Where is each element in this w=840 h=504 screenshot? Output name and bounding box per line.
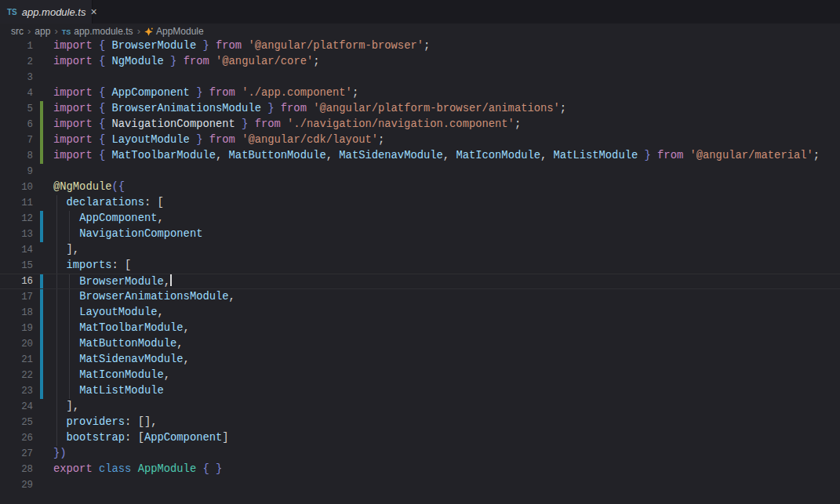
code-line-6[interactable]: 6import { NavigationComponent } from './… xyxy=(0,117,840,132)
breadcrumb-symbol-label: AppModule xyxy=(156,26,204,37)
code-text: bootstrap: [AppComponent] xyxy=(53,430,229,446)
code-token: , xyxy=(73,401,79,412)
code-token: './app.component' xyxy=(242,87,352,99)
line-number: 26 xyxy=(0,430,33,446)
code-token: , xyxy=(73,244,79,256)
code-token: MatListModule xyxy=(79,385,164,397)
code-line-4[interactable]: 4import { AppComponent } from './app.com… xyxy=(0,85,840,101)
breadcrumb-item-src[interactable]: src xyxy=(11,26,24,37)
code-text: }) xyxy=(53,446,67,462)
code-token: ; xyxy=(352,87,358,99)
line-number: 12 xyxy=(0,211,33,227)
code-token: } xyxy=(164,56,184,67)
tab-title: app.module.ts xyxy=(22,6,86,18)
git-gutter-added xyxy=(40,101,43,117)
code-token: MatListModule xyxy=(554,150,638,161)
tab-app-module-ts[interactable]: TS app.module.ts × xyxy=(0,0,93,24)
code-token: from xyxy=(255,118,287,130)
code-token: ] xyxy=(222,432,228,444)
code-line-22[interactable]: 22 MatIconModule, xyxy=(0,368,840,383)
line-number: 2 xyxy=(0,54,33,70)
code-token: , xyxy=(157,212,163,224)
breadcrumb-item-app[interactable]: app xyxy=(35,26,50,37)
breadcrumb-item-appmodule[interactable]: AppModule xyxy=(144,26,204,37)
git-gutter-modified xyxy=(40,352,43,368)
code-line-14[interactable]: 14 ], xyxy=(0,242,840,258)
code-token: ; xyxy=(515,118,521,130)
line-number: 11 xyxy=(0,195,33,211)
code-line-1[interactable]: 1import { BrowserModule } from '@angular… xyxy=(0,38,840,54)
code-token: , xyxy=(229,291,235,303)
code-token xyxy=(53,416,67,428)
code-line-11[interactable]: 11 declarations: [ xyxy=(0,195,840,211)
code-line-23[interactable]: 23 MatListModule xyxy=(0,383,840,399)
code-line-20[interactable]: 20 MatButtonModule, xyxy=(0,336,840,352)
code-line-2[interactable]: 2import { NgModule } from '@angular/core… xyxy=(0,54,840,70)
code-token: { xyxy=(99,87,112,99)
code-token: ; xyxy=(424,40,430,52)
code-token: ] xyxy=(67,401,73,412)
code-token: imports xyxy=(67,259,112,271)
code-line-13[interactable]: 13 NavigationComponent xyxy=(0,227,840,242)
code-token xyxy=(53,306,79,318)
line-number: 7 xyxy=(0,132,33,148)
breadcrumb-item-file[interactable]: TSapp.module.ts xyxy=(62,26,133,37)
code-token: AppComponent xyxy=(112,87,190,99)
code-token: ; xyxy=(813,150,820,161)
code-token: ; xyxy=(560,103,566,114)
code-line-8[interactable]: 8import { MatToolbarModule, MatButtonMod… xyxy=(0,148,840,164)
line-number: 23 xyxy=(0,383,33,399)
code-text: import { NgModule } from '@angular/core'… xyxy=(53,54,320,70)
code-line-27[interactable]: 27}) xyxy=(0,446,840,462)
code-line-5[interactable]: 5import { BrowserAnimationsModule } from… xyxy=(0,101,840,117)
code-line-21[interactable]: 21 MatSidenavModule, xyxy=(0,352,840,368)
code-line-3[interactable]: 3 xyxy=(0,70,840,85)
code-area[interactable]: 1import { BrowserModule } from '@angular… xyxy=(0,38,840,493)
code-token: } xyxy=(261,103,281,114)
code-token: import xyxy=(53,150,99,161)
code-token xyxy=(53,291,79,303)
code-token: from xyxy=(216,40,248,52)
git-gutter-added xyxy=(40,148,43,164)
code-text: MatListModule xyxy=(53,383,164,399)
code-line-15[interactable]: 15 imports: [ xyxy=(0,258,840,274)
code-line-25[interactable]: 25 providers: [], xyxy=(0,415,840,430)
code-line-17[interactable]: 17 BrowserAnimationsModule, xyxy=(0,289,840,305)
code-line-7[interactable]: 7import { LayoutModule } from '@angular/… xyxy=(0,132,840,148)
code-line-12[interactable]: 12 AppComponent, xyxy=(0,211,840,227)
code-token: ; xyxy=(313,56,319,67)
code-token: BrowserModule xyxy=(79,276,164,288)
code-text: LayoutModule, xyxy=(53,305,164,321)
code-token xyxy=(53,259,67,271)
line-number: 22 xyxy=(0,368,33,383)
code-token: from xyxy=(184,56,216,67)
close-icon[interactable]: × xyxy=(85,6,96,17)
code-text: BrowserAnimationsModule, xyxy=(53,289,235,305)
line-number: 4 xyxy=(0,85,33,101)
code-token: { xyxy=(99,150,112,161)
code-text: MatIconModule, xyxy=(53,368,170,383)
code-token: from xyxy=(281,103,313,114)
git-gutter-modified xyxy=(40,383,43,399)
code-line-19[interactable]: 19 MatToolbarModule, xyxy=(0,321,840,336)
code-line-16[interactable]: 16 BrowserModule, xyxy=(0,274,840,289)
code-line-18[interactable]: 18 LayoutModule, xyxy=(0,305,840,321)
code-token: '@angular/material' xyxy=(689,150,813,161)
code-line-24[interactable]: 24 ], xyxy=(0,399,840,415)
code-line-9[interactable]: 9 xyxy=(0,164,840,179)
breadcrumb-file-label: app.module.ts xyxy=(74,26,133,37)
code-line-28[interactable]: 28export class AppModule { } xyxy=(0,462,840,477)
code-token: NavigationComponent xyxy=(79,228,202,240)
code-token: } xyxy=(190,134,209,146)
code-token: MatToolbarModule xyxy=(112,150,216,161)
code-token: MatIconModule xyxy=(456,150,540,161)
code-line-29[interactable]: 29 xyxy=(0,477,840,493)
code-line-10[interactable]: 10@NgModule({ xyxy=(0,179,840,195)
code-line-26[interactable]: 26 bootstrap: [AppComponent] xyxy=(0,430,840,446)
git-gutter-modified xyxy=(40,289,43,305)
code-token: ; xyxy=(378,134,384,146)
code-token: , xyxy=(540,150,554,161)
code-token: }) xyxy=(53,448,67,459)
git-gutter-modified xyxy=(40,227,43,242)
ts-file-icon: TS xyxy=(7,8,17,16)
